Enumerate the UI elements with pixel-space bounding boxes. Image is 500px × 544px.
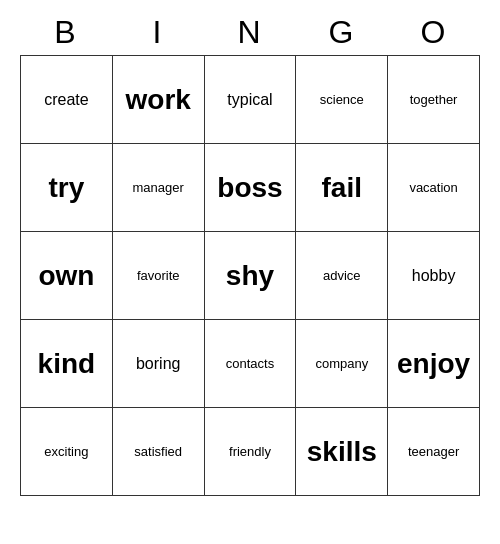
bingo-cell[interactable]: manager [113, 144, 205, 232]
bingo-cell[interactable]: favorite [113, 232, 205, 320]
header-letter: G [296, 10, 388, 55]
bingo-cell[interactable]: hobby [388, 232, 480, 320]
bingo-cell[interactable]: company [296, 320, 388, 408]
header-letter: O [388, 10, 480, 55]
cell-word: teenager [408, 444, 459, 460]
cell-word: boring [136, 354, 180, 373]
cell-word: satisfied [134, 444, 182, 460]
bingo-cell[interactable]: boss [205, 144, 297, 232]
bingo-cell[interactable]: own [21, 232, 113, 320]
bingo-cell[interactable]: satisfied [113, 408, 205, 496]
header-letter: I [112, 10, 204, 55]
bingo-cell[interactable]: contacts [205, 320, 297, 408]
header-letter: B [20, 10, 112, 55]
cell-word: company [315, 356, 368, 372]
cell-word: boss [217, 171, 282, 205]
bingo-card: BINGO createworktypicalsciencetogethertr… [20, 10, 480, 496]
bingo-cell[interactable]: science [296, 56, 388, 144]
bingo-cell[interactable]: teenager [388, 408, 480, 496]
cell-word: typical [227, 90, 272, 109]
cell-word: exciting [44, 444, 88, 460]
cell-word: favorite [137, 268, 180, 284]
bingo-cell[interactable]: typical [205, 56, 297, 144]
cell-word: vacation [409, 180, 457, 196]
bingo-cell[interactable]: skills [296, 408, 388, 496]
cell-word: science [320, 92, 364, 108]
cell-word: shy [226, 259, 274, 293]
bingo-cell[interactable]: vacation [388, 144, 480, 232]
cell-word: hobby [412, 266, 456, 285]
cell-word: skills [307, 435, 377, 469]
bingo-cell[interactable]: exciting [21, 408, 113, 496]
bingo-cell[interactable]: advice [296, 232, 388, 320]
cell-word: contacts [226, 356, 274, 372]
cell-word: own [38, 259, 94, 293]
bingo-cell[interactable]: boring [113, 320, 205, 408]
bingo-cell[interactable]: create [21, 56, 113, 144]
cell-word: kind [38, 347, 96, 381]
cell-word: enjoy [397, 347, 470, 381]
header-letter: N [204, 10, 296, 55]
cell-word: advice [323, 268, 361, 284]
bingo-header: BINGO [20, 10, 480, 55]
bingo-cell[interactable]: kind [21, 320, 113, 408]
bingo-cell[interactable]: fail [296, 144, 388, 232]
bingo-cell[interactable]: try [21, 144, 113, 232]
cell-word: try [49, 171, 85, 205]
cell-word: manager [133, 180, 184, 196]
bingo-cell[interactable]: enjoy [388, 320, 480, 408]
bingo-grid: createworktypicalsciencetogethertrymanag… [20, 55, 480, 496]
bingo-cell[interactable]: friendly [205, 408, 297, 496]
cell-word: friendly [229, 444, 271, 460]
bingo-cell[interactable]: work [113, 56, 205, 144]
bingo-cell[interactable]: shy [205, 232, 297, 320]
cell-word: together [410, 92, 458, 108]
cell-word: work [126, 83, 191, 117]
bingo-cell[interactable]: together [388, 56, 480, 144]
cell-word: create [44, 90, 88, 109]
cell-word: fail [322, 171, 362, 205]
